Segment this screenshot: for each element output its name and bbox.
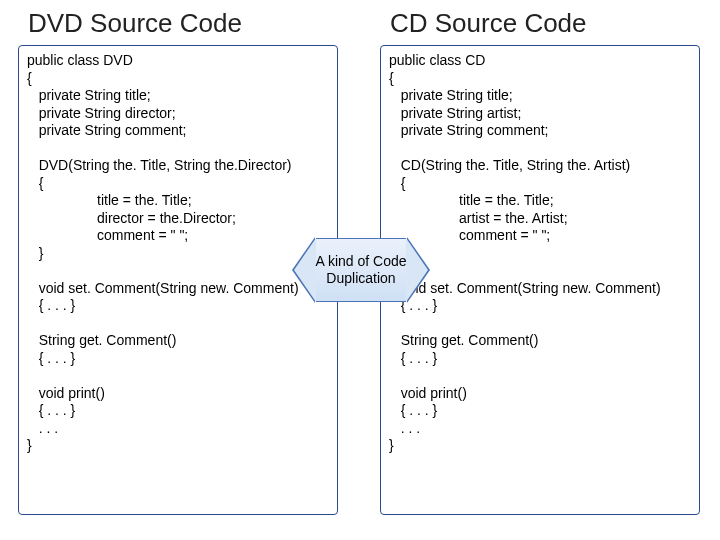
duplication-callout: A kind of Code Duplication [294,238,428,302]
right-column: CD Source Code public class CD { private… [380,0,720,515]
right-title: CD Source Code [380,0,720,45]
left-title: DVD Source Code [18,0,358,45]
dvd-code-box: public class DVD { private String title;… [18,45,338,515]
callout-text: A kind of Code Duplication [294,238,428,302]
